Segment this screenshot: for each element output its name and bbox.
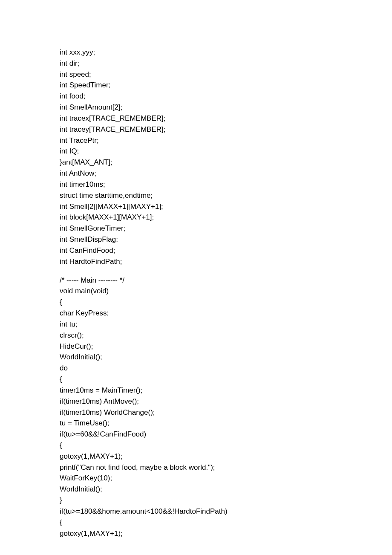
code-line: if(tu>=60&&!CanFindFood) bbox=[60, 429, 332, 440]
code-line: struct time starttime,endtime; bbox=[60, 190, 332, 201]
code-line: int tracex[TRACE_REMEMBER]; bbox=[60, 113, 332, 124]
code-line: timer10ms = MainTimer(); bbox=[60, 385, 332, 396]
code-line: int HardtoFindPath; bbox=[60, 256, 332, 267]
code-line: void main(void) bbox=[60, 286, 332, 297]
code-line: int SmellGoneTimer; bbox=[60, 223, 332, 234]
code-line: if(timer10ms) AntMove(); bbox=[60, 396, 332, 407]
code-line: int IQ; bbox=[60, 146, 332, 157]
code-block-main: /* ----- Main -------- */ void main(void… bbox=[60, 275, 332, 539]
code-line: int xxx,yyy; bbox=[60, 47, 332, 58]
code-line: { bbox=[60, 440, 332, 451]
code-line: gotoxy(1,MAXY+1); bbox=[60, 451, 332, 462]
code-line: int food; bbox=[60, 91, 332, 102]
code-line: int timer10ms; bbox=[60, 179, 332, 190]
code-line: WaitForKey(10); bbox=[60, 473, 332, 484]
code-line: int SpeedTimer; bbox=[60, 80, 332, 91]
code-line: int dir; bbox=[60, 58, 332, 69]
code-line: int tu; bbox=[60, 319, 332, 330]
code-line: { bbox=[60, 517, 332, 528]
code-line: { bbox=[60, 297, 332, 308]
code-line: tu = TimeUse(); bbox=[60, 418, 332, 429]
code-line: WorldInitial(); bbox=[60, 484, 332, 495]
code-line: int TracePtr; bbox=[60, 135, 332, 146]
code-line: { bbox=[60, 374, 332, 385]
code-line: HideCur(); bbox=[60, 341, 332, 352]
code-block-declarations: int xxx,yyy; int dir; int speed; int Spe… bbox=[60, 47, 332, 267]
code-line: int CanFindFood; bbox=[60, 245, 332, 256]
code-line: clrscr(); bbox=[60, 330, 332, 341]
code-line: if(timer10ms) WorldChange(); bbox=[60, 407, 332, 418]
code-line: do bbox=[60, 363, 332, 374]
code-line: /* ----- Main -------- */ bbox=[60, 275, 332, 286]
code-line: }ant[MAX_ANT]; bbox=[60, 157, 332, 168]
code-line: char KeyPress; bbox=[60, 308, 332, 319]
code-line: int AntNow; bbox=[60, 168, 332, 179]
code-line: WorldInitial(); bbox=[60, 352, 332, 363]
code-line: if(tu>=180&&home.amount<100&&!HardtoFind… bbox=[60, 506, 332, 517]
code-line: gotoxy(1,MAXY+1); bbox=[60, 528, 332, 539]
code-line: int block[MAXX+1][MAXY+1]; bbox=[60, 212, 332, 223]
code-line: int Smell[2][MAXX+1][MAXY+1]; bbox=[60, 201, 332, 212]
code-line: printf("Can not find food, maybe a block… bbox=[60, 462, 332, 473]
code-line: int tracey[TRACE_REMEMBER]; bbox=[60, 124, 332, 135]
document-page: int xxx,yyy; int dir; int speed; int Spe… bbox=[0, 0, 392, 555]
code-line: } bbox=[60, 495, 332, 506]
code-line: int SmellAmount[2]; bbox=[60, 102, 332, 113]
code-line: int SmellDispFlag; bbox=[60, 234, 332, 245]
code-line: int speed; bbox=[60, 69, 332, 80]
